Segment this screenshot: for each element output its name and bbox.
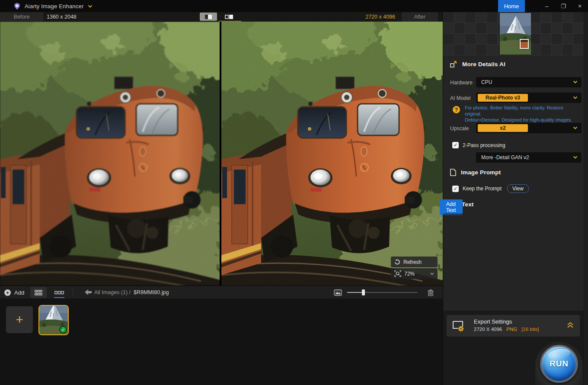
side-by-side-toggle[interactable] xyxy=(220,13,238,21)
upscale-label: Upscale xyxy=(450,125,469,132)
zoom-level-value: 72% xyxy=(404,271,415,277)
side-by-side-icon xyxy=(225,14,233,19)
filmstrip-thumbnail[interactable]: ✓ xyxy=(38,305,69,335)
more-details-title: More Details AI xyxy=(462,61,505,67)
navigator-thumbnail[interactable] xyxy=(500,13,531,55)
export-settings-card[interactable]: Export Settings 2720 X 4096 PNG [16 bits… xyxy=(447,315,580,337)
after-size-label: 2720 x 4096 xyxy=(365,12,395,22)
chevron-down-icon xyxy=(573,80,578,83)
before-image[interactable] xyxy=(0,22,220,286)
two-pass-checkbox[interactable]: ✓ xyxy=(452,142,459,148)
chevron-down-icon xyxy=(573,96,578,99)
filmstrip-toolbar: + Add xyxy=(0,286,443,298)
two-pass-label: 2-Pass processing xyxy=(463,142,505,148)
two-pass-checkbox-row[interactable]: ✓ 2-Pass processing xyxy=(452,142,505,148)
collapse-double-chevron-icon[interactable] xyxy=(567,322,574,328)
filmstrip-add-tile[interactable]: + xyxy=(6,306,33,333)
refresh-label: Refresh xyxy=(403,259,422,265)
breadcrumb-all-images[interactable]: All Images (1) / xyxy=(94,289,131,295)
after-tab[interactable]: After xyxy=(402,12,438,22)
text-section-title: Text xyxy=(462,201,474,208)
chevron-down-icon xyxy=(573,126,578,129)
panel-scrollbar[interactable] xyxy=(584,12,588,385)
more-details-icon xyxy=(450,61,457,67)
gan-model-value: More -Detail GAN v2 xyxy=(481,154,529,160)
add-image-button[interactable]: + Add xyxy=(4,286,24,299)
keep-prompt-label: Keep the Prompt xyxy=(463,186,502,192)
home-button[interactable]: Home xyxy=(498,0,525,12)
section-divider xyxy=(443,214,584,214)
keep-prompt-row[interactable]: ✓ Keep the Prompt View xyxy=(452,184,529,193)
panel-footer: Export Settings 2720 X 4096 PNG [16 bits… xyxy=(443,311,584,385)
section-divider xyxy=(443,167,584,167)
model-help-line1: For photos. Better fidelity, more clarit… xyxy=(465,105,581,117)
hardware-value: CPU xyxy=(481,79,492,85)
help-icon[interactable]: ? xyxy=(453,106,460,113)
breadcrumb-filename: $R9MMI80.jpg xyxy=(134,289,169,295)
model-help: ? For photos. Better fidelity, more clar… xyxy=(453,105,581,123)
app-logo-icon xyxy=(13,3,21,10)
settings-panel: More Details AI Hardware CPU AI Model Re… xyxy=(443,12,588,385)
before-tab[interactable]: Before xyxy=(0,12,43,22)
slider-fill xyxy=(347,292,364,293)
keep-prompt-checkbox[interactable]: ✓ xyxy=(452,186,459,192)
export-bit-depth: [16 bits] xyxy=(521,327,539,332)
image-prompt-title: Image Prompt xyxy=(461,169,501,176)
ai-model-label: AI Model xyxy=(450,95,470,101)
split-view-icon xyxy=(205,14,212,19)
slider-handle[interactable] xyxy=(362,289,365,295)
viewer-controls-popup: Refresh 72% xyxy=(391,257,438,279)
view-mode-toggles xyxy=(200,13,238,21)
thumb-size-group xyxy=(334,286,434,299)
upscale-dropdown[interactable]: x2 xyxy=(476,123,582,133)
navigator-viewport-rect[interactable] xyxy=(520,39,529,49)
export-format: PNG xyxy=(506,327,517,332)
hardware-label: Hardware xyxy=(450,80,473,86)
export-settings-title: Export Settings xyxy=(474,318,512,325)
ai-model-value-pill: Real-Photo v3 xyxy=(478,94,528,102)
section-divider xyxy=(443,198,584,199)
text-section-header: Text Add Text xyxy=(450,201,474,208)
view-prompt-button[interactable]: View xyxy=(507,184,529,193)
processed-check-badge: ✓ xyxy=(59,326,67,334)
zoom-magnifier-icon xyxy=(394,270,401,277)
breadcrumb: All Images (1) / $R9MMI80.jpg xyxy=(94,286,169,299)
app-title: Aiarty Image Enhancer xyxy=(25,3,83,10)
export-settings-summary: 2720 X 4096 PNG [16 bits] xyxy=(474,327,539,332)
zoom-chevron-down-icon xyxy=(430,273,434,275)
run-button-housing: RUN xyxy=(535,342,583,385)
chevron-down-icon xyxy=(573,156,578,159)
toolbar-divider xyxy=(73,289,73,296)
run-button[interactable]: RUN xyxy=(540,345,578,383)
close-button[interactable]: × xyxy=(572,0,588,12)
app-window: Aiarty Image Enhancer Home – ❐ × Before … xyxy=(0,0,588,385)
compare-bar: Before 1360 x 2048 2720 x 4096 After xyxy=(0,12,443,22)
minimize-button[interactable]: – xyxy=(539,0,555,12)
add-text-button[interactable]: Add Text xyxy=(440,199,463,215)
gan-model-dropdown[interactable]: More -Detail GAN v2 xyxy=(476,152,582,163)
image-prompt-icon xyxy=(450,169,456,176)
more-details-header: More Details AI xyxy=(450,61,505,67)
grid-view-icon xyxy=(35,290,42,295)
add-label: Add xyxy=(14,289,24,296)
ai-model-dropdown[interactable]: Real-Photo v3 xyxy=(476,93,582,103)
export-size: 2720 X 4096 xyxy=(474,327,502,332)
back-arrow-icon[interactable] xyxy=(85,289,92,295)
maximize-button[interactable]: ❐ xyxy=(555,0,572,12)
thumb-size-slider[interactable] xyxy=(347,286,418,299)
after-image[interactable] xyxy=(221,22,443,286)
before-size-label: 1360 x 2048 xyxy=(47,12,77,22)
model-help-text: For photos. Better fidelity, more clarit… xyxy=(465,105,581,123)
thumbnail-size-icon xyxy=(334,289,342,296)
zoom-control[interactable]: 72% xyxy=(391,268,438,279)
list-view-button[interactable] xyxy=(51,287,67,298)
navigator xyxy=(443,12,584,55)
image-prompt-header: Image Prompt xyxy=(450,169,501,176)
refresh-button[interactable]: Refresh xyxy=(391,257,438,267)
split-view-toggle[interactable] xyxy=(200,13,217,21)
hardware-dropdown[interactable]: CPU xyxy=(476,77,582,87)
grid-view-button[interactable] xyxy=(30,287,47,298)
trash-icon[interactable] xyxy=(427,289,434,296)
title-dropdown-chevron-icon[interactable] xyxy=(88,5,93,8)
compare-canvas: Refresh 72% xyxy=(0,22,443,286)
